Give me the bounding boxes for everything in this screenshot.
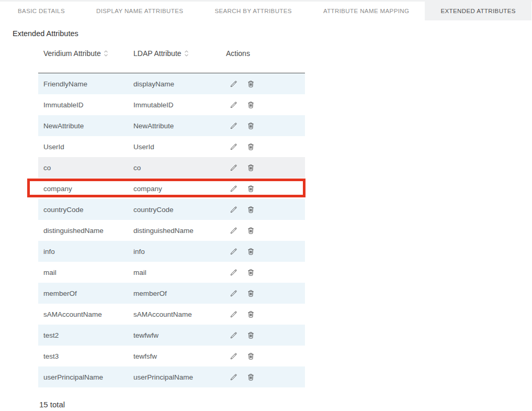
ldap-attribute-cell: distinguishedName	[133, 227, 226, 235]
ldap-attribute-cell: co	[133, 164, 226, 172]
sort-icon[interactable]	[184, 50, 189, 57]
delete-button[interactable]	[247, 310, 255, 318]
delete-button[interactable]	[247, 290, 255, 297]
ldap-attribute-cell: tewfwfw	[133, 331, 226, 339]
edit-button[interactable]	[230, 164, 237, 172]
veridium-attribute-cell: co	[43, 164, 133, 172]
tab-search-by-attributes[interactable]: SEARCH BY ATTRIBUTES	[199, 2, 308, 20]
veridium-attribute-cell: ImmutableID	[43, 101, 133, 109]
column-header-label: Veridium Attribute	[43, 49, 101, 58]
tab-display-name-attributes[interactable]: DISPLAY NAME ATTRIBUTES	[81, 2, 199, 20]
delete-button[interactable]	[247, 248, 255, 256]
table-row: FriendlyName displayName	[38, 73, 305, 94]
trash-icon	[247, 143, 255, 151]
table-row: memberOf memberOf	[38, 283, 305, 304]
row-actions	[226, 122, 305, 130]
edit-button[interactable]	[230, 290, 237, 297]
pencil-icon	[230, 164, 237, 172]
edit-button[interactable]	[230, 269, 237, 276]
trash-icon	[247, 227, 255, 235]
ldap-attribute-cell: userPrincipalName	[133, 373, 226, 381]
edit-button[interactable]	[230, 373, 237, 381]
table-row: userPrincipalName userPrincipalName	[38, 366, 305, 387]
pencil-icon	[230, 227, 237, 235]
pencil-icon	[230, 352, 237, 360]
row-actions	[226, 206, 305, 214]
ldap-attribute-cell: tewfsfw	[133, 352, 226, 360]
pencil-icon	[230, 101, 237, 109]
table-row: co co	[38, 157, 305, 178]
delete-button[interactable]	[247, 80, 255, 88]
delete-button[interactable]	[247, 206, 255, 214]
edit-button[interactable]	[230, 143, 237, 151]
trash-icon	[247, 80, 255, 88]
pencil-icon	[230, 248, 237, 256]
edit-button[interactable]	[230, 206, 237, 214]
trash-icon	[247, 290, 255, 297]
row-actions	[226, 373, 305, 381]
trash-icon	[247, 185, 255, 193]
ldap-attribute-cell: memberOf	[133, 290, 226, 297]
edit-button[interactable]	[230, 101, 237, 109]
pencil-icon	[230, 80, 237, 88]
delete-button[interactable]	[247, 373, 255, 381]
row-actions	[226, 80, 305, 88]
pencil-icon	[230, 373, 237, 381]
delete-button[interactable]	[247, 122, 255, 130]
delete-button[interactable]	[247, 269, 255, 276]
veridium-attribute-cell: memberOf	[43, 290, 133, 297]
delete-button[interactable]	[247, 185, 255, 193]
edit-button[interactable]	[230, 185, 237, 193]
delete-button[interactable]	[247, 101, 255, 109]
edit-button[interactable]	[230, 331, 237, 339]
table-row: mail mail	[38, 262, 305, 283]
edit-button[interactable]	[230, 352, 237, 360]
pencil-icon	[230, 269, 237, 276]
trash-icon	[247, 269, 255, 276]
table-row: info info	[38, 241, 305, 262]
tab-attribute-name-mapping[interactable]: ATTRIBUTE NAME MAPPING	[308, 2, 425, 20]
ldap-attribute-cell: NewAttribute	[133, 122, 226, 130]
row-actions	[226, 248, 305, 256]
trash-icon	[247, 310, 255, 318]
delete-button[interactable]	[247, 352, 255, 360]
veridium-attribute-cell: sAMAccountName	[43, 310, 133, 318]
delete-button[interactable]	[247, 164, 255, 172]
delete-button[interactable]	[247, 331, 255, 339]
edit-button[interactable]	[230, 122, 237, 130]
tab-extended-attributes[interactable]: EXTENDED ATTRIBUTES	[425, 0, 531, 20]
trash-icon	[247, 373, 255, 381]
delete-button[interactable]	[247, 143, 255, 151]
veridium-attribute-cell: test2	[43, 331, 133, 339]
trash-icon	[247, 352, 255, 360]
veridium-attribute-cell: info	[43, 248, 133, 256]
row-actions	[226, 352, 305, 360]
edit-button[interactable]	[230, 310, 237, 318]
ldap-attribute-cell: UserId	[133, 143, 226, 151]
edit-button[interactable]	[230, 248, 237, 256]
tab-basic-details[interactable]: BASIC DETAILS	[2, 2, 81, 20]
sort-icon[interactable]	[104, 50, 108, 57]
row-actions	[226, 185, 305, 193]
pencil-icon	[230, 122, 237, 130]
row-actions	[226, 101, 305, 109]
ldap-attribute-cell: ImmutableID	[133, 101, 226, 109]
pencil-icon	[230, 331, 237, 339]
column-header-ldap-attribute[interactable]: LDAP Attribute	[133, 49, 226, 58]
ldap-attribute-cell: mail	[133, 269, 226, 276]
table-row: countryCode countryCode	[38, 199, 305, 220]
edit-button[interactable]	[230, 227, 237, 235]
column-header-veridium-attribute[interactable]: Veridium Attribute	[43, 49, 133, 58]
trash-icon	[247, 248, 255, 256]
veridium-attribute-cell: NewAttribute	[43, 122, 133, 130]
trash-icon	[247, 101, 255, 109]
row-actions	[226, 227, 305, 235]
pencil-icon	[230, 143, 237, 151]
ldap-attribute-cell: countryCode	[133, 206, 226, 214]
delete-button[interactable]	[247, 227, 255, 235]
veridium-attribute-cell: distinguishedName	[43, 227, 133, 235]
table-row: NewAttribute NewAttribute	[38, 115, 305, 136]
table-header-row: Veridium Attribute LDAP Attribute Action…	[38, 49, 305, 58]
edit-button[interactable]	[230, 80, 237, 88]
trash-icon	[247, 206, 255, 214]
